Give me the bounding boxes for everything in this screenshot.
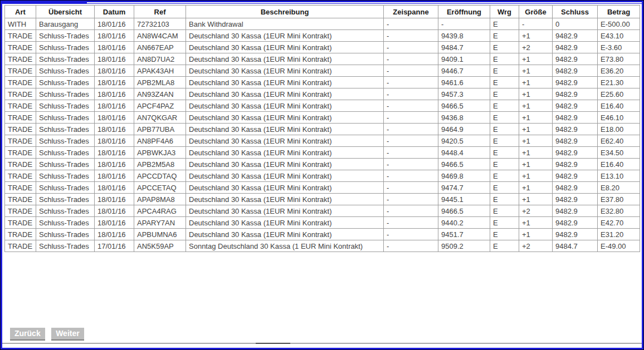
table-row: TRADESchluss-Trades18/01/16APAP8MA8Deuts… xyxy=(5,194,640,205)
cell-betrag: E21.30 xyxy=(598,77,640,88)
cell-uebersicht: Schluss-Trades xyxy=(36,182,95,194)
cell-betrag: E73.80 xyxy=(598,53,640,65)
cell-eroeffnung: 9474.7 xyxy=(438,182,490,194)
cell-ref: AN667EAP xyxy=(134,42,186,53)
cell-art: WITH xyxy=(5,18,36,30)
cell-datum: 18/01/16 xyxy=(95,159,134,170)
cell-eroeffnung: 9464.9 xyxy=(438,124,490,135)
cell-groesse: +1 xyxy=(519,159,553,170)
back-button[interactable]: Zurück xyxy=(10,328,45,341)
cell-groesse: +1 xyxy=(519,170,553,182)
cell-beschreibung: Deutschland 30 Kassa (1EUR Mini Kontrakt… xyxy=(186,217,384,229)
cell-betrag: E62.40 xyxy=(598,135,640,147)
cell-datum: 18/01/16 xyxy=(95,147,134,159)
cell-art: TRADE xyxy=(5,42,36,53)
cell-groesse: +1 xyxy=(519,217,553,229)
cell-datum: 18/01/16 xyxy=(95,170,134,182)
cell-ref: AN8D7UA2 xyxy=(134,53,186,65)
cell-uebersicht: Schluss-Trades xyxy=(36,88,95,100)
cell-art: TRADE xyxy=(5,194,36,205)
cell-zeispanne: - xyxy=(384,30,438,42)
cell-beschreibung: Deutschland 30 Kassa (1EUR Mini Kontrakt… xyxy=(186,112,384,124)
next-button[interactable]: Weiter xyxy=(51,328,84,341)
cell-schluss: 9484.7 xyxy=(553,240,598,252)
cell-uebersicht: Schluss-Trades xyxy=(36,147,95,159)
cell-datum: 18/01/16 xyxy=(95,30,134,42)
table-row: TRADESchluss-Trades18/01/16APBUMNA6Deuts… xyxy=(5,229,640,240)
horizontal-scrollbar-track[interactable] xyxy=(2,343,642,344)
cell-datum: 18/01/16 xyxy=(95,18,134,30)
cell-schluss: 0 xyxy=(553,18,598,30)
cell-datum: 18/01/16 xyxy=(95,42,134,53)
cell-datum: 18/01/16 xyxy=(95,124,134,135)
table-row: TRADESchluss-Trades18/01/16APB2MLA8Deuts… xyxy=(5,77,640,88)
cell-eroeffnung: 9451.7 xyxy=(438,229,490,240)
page-inner-frame: ArtÜbersichtDatumRefBeschreibungZeispann… xyxy=(1,1,643,349)
table-header-row: ArtÜbersichtDatumRefBeschreibungZeispann… xyxy=(5,6,640,18)
cell-uebersicht: Schluss-Trades xyxy=(36,240,95,252)
cell-eroeffnung: 9436.8 xyxy=(438,112,490,124)
cell-beschreibung: Sonntag Deutschland 30 Kassa (1 EUR Mini… xyxy=(186,240,384,252)
cell-groesse: +1 xyxy=(519,135,553,147)
cell-schluss: 9482.9 xyxy=(553,170,598,182)
cell-beschreibung: Deutschland 30 Kassa (1EUR Mini Kontrakt… xyxy=(186,182,384,194)
table-row: TRADESchluss-Trades18/01/16APB2M5A8Deuts… xyxy=(5,159,640,170)
cell-groesse: +1 xyxy=(519,147,553,159)
cell-zeispanne: - xyxy=(384,77,438,88)
cell-art: TRADE xyxy=(5,100,36,112)
cell-betrag: E42.70 xyxy=(598,217,640,229)
transactions-table: ArtÜbersichtDatumRefBeschreibungZeispann… xyxy=(4,5,640,252)
cell-art: TRADE xyxy=(5,147,36,159)
cell-beschreibung: Deutschland 30 Kassa (1EUR Mini Kontrakt… xyxy=(186,30,384,42)
cell-datum: 18/01/16 xyxy=(95,65,134,77)
cell-betrag: E36.20 xyxy=(598,65,640,77)
cell-eroeffnung: 9439.8 xyxy=(438,30,490,42)
cell-eroeffnung: 9445.1 xyxy=(438,194,490,205)
cell-beschreibung: Deutschland 30 Kassa (1EUR Mini Kontrakt… xyxy=(186,159,384,170)
cell-art: TRADE xyxy=(5,229,36,240)
cell-zeispanne: - xyxy=(384,135,438,147)
cell-ref: APAK43AH xyxy=(134,65,186,77)
cell-eroeffnung: - xyxy=(438,18,490,30)
cell-uebersicht: Schluss-Trades xyxy=(36,217,95,229)
cell-schluss: 9482.9 xyxy=(553,124,598,135)
cell-groesse: +1 xyxy=(519,77,553,88)
cell-wrg: E xyxy=(490,112,519,124)
cell-groesse: +1 xyxy=(519,53,553,65)
table-row: TRADESchluss-Trades18/01/16APCF4PAZDeuts… xyxy=(5,100,640,112)
cell-ref: APCCDTAQ xyxy=(134,170,186,182)
cell-datum: 18/01/16 xyxy=(95,135,134,147)
cell-beschreibung: Deutschland 30 Kassa (1EUR Mini Kontrakt… xyxy=(186,229,384,240)
cell-groesse: +1 xyxy=(519,112,553,124)
cell-datum: 18/01/16 xyxy=(95,194,134,205)
cell-zeispanne: - xyxy=(384,18,438,30)
cell-zeispanne: - xyxy=(384,194,438,205)
table-row: TRADESchluss-Trades18/01/16AN7QKGARDeuts… xyxy=(5,112,640,124)
cell-betrag: E18.00 xyxy=(598,124,640,135)
cell-ref: AN7QKGAR xyxy=(134,112,186,124)
cell-art: TRADE xyxy=(5,170,36,182)
cell-wrg: E xyxy=(490,147,519,159)
cell-uebersicht: Schluss-Trades xyxy=(36,205,95,217)
cell-art: TRADE xyxy=(5,112,36,124)
cell-zeispanne: - xyxy=(384,65,438,77)
cell-art: TRADE xyxy=(5,182,36,194)
cell-uebersicht: Schluss-Trades xyxy=(36,135,95,147)
cell-eroeffnung: 9484.7 xyxy=(438,42,490,53)
cell-ref: APARY7AN xyxy=(134,217,186,229)
cell-uebersicht: Schluss-Trades xyxy=(36,124,95,135)
horizontal-scrollbar-thumb[interactable] xyxy=(256,343,290,344)
cell-zeispanne: - xyxy=(384,229,438,240)
top-accent-segment xyxy=(2,2,87,4)
column-header-datum: Datum xyxy=(95,6,134,18)
table-row: TRADESchluss-Trades18/01/16APB77UBADeuts… xyxy=(5,124,640,135)
cell-groesse: +1 xyxy=(519,229,553,240)
cell-betrag: E37.80 xyxy=(598,194,640,205)
cell-wrg: E xyxy=(490,65,519,77)
cell-betrag: E16.40 xyxy=(598,100,640,112)
cell-datum: 18/01/16 xyxy=(95,77,134,88)
cell-wrg: E xyxy=(490,229,519,240)
cell-wrg: E xyxy=(490,77,519,88)
cell-ref: APAP8MA8 xyxy=(134,194,186,205)
cell-wrg: E xyxy=(490,159,519,170)
